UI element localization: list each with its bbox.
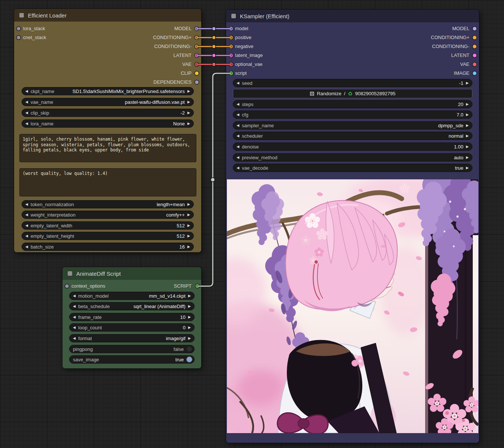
widget-preview-method[interactable]: ◀ preview_method auto ▶ bbox=[233, 153, 472, 161]
node-efficient-loader[interactable]: Efficient Loader lora_stack cnet_stack M… bbox=[14, 9, 201, 252]
port-input-positive[interactable] bbox=[229, 36, 233, 39]
increment-arrow-icon[interactable]: ▶ bbox=[187, 87, 190, 95]
widget-frame-rate[interactable]: ◀ frame_rate 10 ▶ bbox=[69, 313, 195, 321]
increment-arrow-icon[interactable]: ▶ bbox=[466, 143, 469, 151]
widget-token-normalization[interactable]: ◀ token_normalization length+mean ▶ bbox=[22, 200, 194, 208]
increment-arrow-icon[interactable]: ▶ bbox=[466, 132, 469, 140]
increment-arrow-icon[interactable]: ▶ bbox=[187, 243, 190, 251]
widget-denoise[interactable]: ◀ denoise 1.00 ▶ bbox=[233, 143, 472, 151]
increment-arrow-icon[interactable]: ▶ bbox=[187, 119, 190, 128]
increment-arrow-icon[interactable]: ▶ bbox=[466, 79, 469, 87]
widget-empty-latent-width[interactable]: ◀ empty_latent_width 512 ▶ bbox=[22, 221, 194, 230]
decrement-arrow-icon[interactable]: ◀ bbox=[25, 98, 28, 106]
port-input-cnet-stack[interactable] bbox=[17, 36, 20, 39]
widget-clip-skip[interactable]: ◀ clip_skip -2 ▶ bbox=[22, 109, 194, 117]
port-input-latent-image[interactable] bbox=[229, 54, 233, 57]
increment-arrow-icon[interactable]: ▶ bbox=[187, 109, 190, 117]
decrement-arrow-icon[interactable]: ◀ bbox=[25, 119, 28, 128]
widget-pingpong-toggle[interactable]: pingpong false bbox=[69, 345, 195, 353]
widget-cfg[interactable]: ◀ cfg 7.0 ▶ bbox=[233, 111, 472, 119]
widget-save-image-toggle[interactable]: save_image true bbox=[69, 355, 195, 364]
collapse-icon[interactable] bbox=[231, 14, 236, 18]
negative-prompt-textarea[interactable]: (worst quality, low quality: 1.4) bbox=[19, 168, 196, 196]
increment-arrow-icon[interactable]: ▶ bbox=[466, 153, 469, 161]
widget-sampler-name[interactable]: ◀ sampler_name dpmpp_sde ▶ bbox=[233, 121, 472, 129]
port-input-context-options[interactable] bbox=[65, 284, 69, 288]
widget-loop-count[interactable]: ◀ loop_count 0 ▶ bbox=[69, 323, 195, 332]
port-output-script[interactable] bbox=[196, 284, 199, 288]
widget-vae-decode[interactable]: ◀ vae_decode true ▶ bbox=[233, 164, 472, 172]
decrement-arrow-icon[interactable]: ◀ bbox=[73, 292, 76, 300]
decrement-arrow-icon[interactable]: ◀ bbox=[25, 109, 28, 117]
widget-scheduler[interactable]: ◀ scheduler normal ▶ bbox=[233, 132, 472, 140]
node-header-efficient-loader[interactable]: Efficient Loader bbox=[14, 9, 201, 22]
decrement-arrow-icon[interactable]: ◀ bbox=[25, 87, 28, 95]
port-output-clip[interactable] bbox=[195, 71, 199, 75]
widget-steps[interactable]: ◀ steps 20 ▶ bbox=[233, 100, 472, 108]
collapse-icon[interactable] bbox=[19, 13, 24, 17]
port-input-script[interactable] bbox=[229, 71, 233, 75]
port-output-conditioning-plus[interactable] bbox=[195, 36, 199, 39]
decrement-arrow-icon[interactable]: ◀ bbox=[237, 132, 239, 140]
increment-arrow-icon[interactable]: ▶ bbox=[187, 211, 190, 219]
decrement-arrow-icon[interactable]: ◀ bbox=[237, 143, 239, 151]
decrement-arrow-icon[interactable]: ◀ bbox=[237, 121, 239, 129]
decrement-arrow-icon[interactable]: ◀ bbox=[25, 232, 28, 240]
positive-prompt-textarea[interactable]: 1girl, solo, cherry blossom, hanami, pin… bbox=[19, 134, 196, 162]
port-input-optional-vae[interactable] bbox=[229, 63, 233, 66]
decrement-arrow-icon[interactable]: ◀ bbox=[25, 200, 28, 208]
decrement-arrow-icon[interactable]: ◀ bbox=[25, 243, 28, 251]
node-graph-canvas[interactable]: Efficient Loader lora_stack cnet_stack M… bbox=[0, 0, 504, 448]
port-output-model[interactable] bbox=[473, 27, 476, 31]
port-output-latent[interactable] bbox=[195, 54, 199, 57]
port-output-vae[interactable] bbox=[473, 63, 476, 66]
widget-weight-interpretation[interactable]: ◀ weight_interpretation comfy++ ▶ bbox=[22, 211, 194, 219]
increment-arrow-icon[interactable]: ▶ bbox=[187, 221, 190, 230]
port-output-latent[interactable] bbox=[473, 54, 476, 57]
port-input-lora-stack[interactable] bbox=[17, 27, 20, 31]
decrement-arrow-icon[interactable]: ◀ bbox=[73, 302, 76, 310]
widget-lora-name[interactable]: ◀ lora_name None ▶ bbox=[22, 119, 194, 128]
node-ksampler-efficient[interactable]: KSampler (Efficient) model positive nega… bbox=[226, 10, 479, 443]
decrement-arrow-icon[interactable]: ◀ bbox=[73, 313, 76, 321]
port-output-dependencies[interactable] bbox=[195, 80, 199, 84]
decrement-arrow-icon[interactable]: ◀ bbox=[237, 100, 239, 108]
toggle-knob-off[interactable] bbox=[186, 346, 192, 352]
increment-arrow-icon[interactable]: ▶ bbox=[187, 232, 190, 240]
increment-arrow-icon[interactable]: ▶ bbox=[188, 334, 191, 342]
randomize-seed-button[interactable]: ⚄ Randomize / ♻ 908290052892795 bbox=[233, 89, 472, 98]
decrement-arrow-icon[interactable]: ◀ bbox=[237, 164, 239, 172]
widget-format[interactable]: ◀ format image/gif ▶ bbox=[69, 334, 195, 342]
port-input-model[interactable] bbox=[229, 27, 233, 31]
port-output-conditioning-minus[interactable] bbox=[473, 45, 476, 48]
widget-seed[interactable]: ◀ seed -1 ▶ bbox=[233, 79, 472, 87]
decrement-arrow-icon[interactable]: ◀ bbox=[25, 221, 28, 230]
decrement-arrow-icon[interactable]: ◀ bbox=[237, 153, 239, 161]
port-output-conditioning-minus[interactable] bbox=[195, 45, 199, 48]
increment-arrow-icon[interactable]: ▶ bbox=[466, 100, 469, 108]
increment-arrow-icon[interactable]: ▶ bbox=[466, 164, 469, 172]
node-animatediff-script[interactable]: AnimateDiff Script context_options SCRIP… bbox=[62, 267, 201, 368]
port-input-negative[interactable] bbox=[229, 45, 233, 48]
node-header-animatediff[interactable]: AnimateDiff Script bbox=[62, 267, 201, 280]
port-output-vae[interactable] bbox=[195, 63, 199, 66]
widget-empty-latent-height[interactable]: ◀ empty_latent_height 512 ▶ bbox=[22, 232, 194, 240]
port-output-conditioning-plus[interactable] bbox=[473, 36, 476, 39]
port-output-model[interactable] bbox=[195, 27, 199, 31]
increment-arrow-icon[interactable]: ▶ bbox=[466, 111, 469, 119]
port-output-image[interactable] bbox=[473, 71, 476, 75]
collapse-icon[interactable] bbox=[68, 271, 72, 276]
node-header-ksampler[interactable]: KSampler (Efficient) bbox=[226, 10, 479, 22]
increment-arrow-icon[interactable]: ▶ bbox=[466, 121, 469, 129]
toggle-knob-on[interactable] bbox=[186, 356, 192, 362]
increment-arrow-icon[interactable]: ▶ bbox=[188, 323, 191, 332]
widget-beta-schedule[interactable]: ◀ beta_schedule sqrt_linear (AnimateDiff… bbox=[69, 302, 195, 310]
increment-arrow-icon[interactable]: ▶ bbox=[188, 313, 191, 321]
decrement-arrow-icon[interactable]: ◀ bbox=[25, 211, 28, 219]
increment-arrow-icon[interactable]: ▶ bbox=[187, 98, 190, 106]
decrement-arrow-icon[interactable]: ◀ bbox=[73, 334, 76, 342]
increment-arrow-icon[interactable]: ▶ bbox=[188, 302, 191, 310]
widget-vae-name[interactable]: ◀ vae_name pastel-waifu-diffusion.vae.pt… bbox=[22, 98, 194, 106]
decrement-arrow-icon[interactable]: ◀ bbox=[237, 79, 239, 87]
widget-ckpt-name[interactable]: ◀ ckpt_name SD1.5\darkSushiMixMix_bright… bbox=[22, 87, 194, 95]
